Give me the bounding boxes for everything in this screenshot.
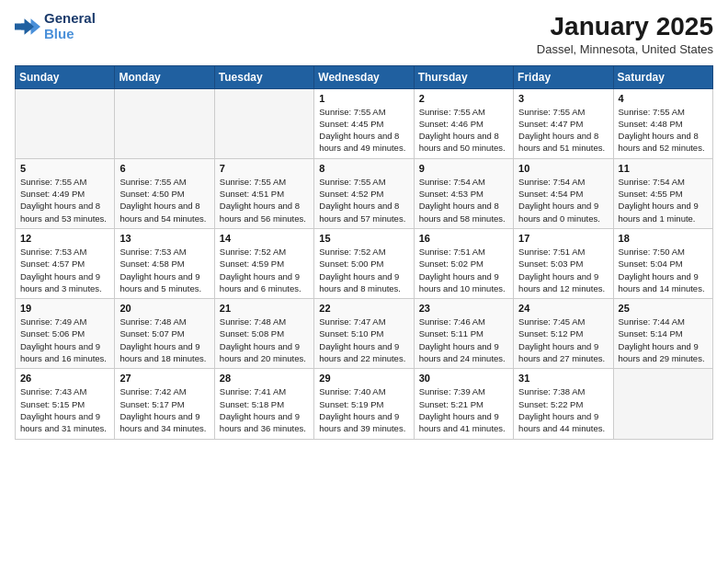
calendar-day-cell: 1 Sunrise: 7:55 AM Sunset: 4:45 PM Dayli… [314,88,414,158]
calendar-day-cell: 5 Sunrise: 7:55 AM Sunset: 4:49 PM Dayli… [16,158,115,228]
calendar-day-cell: 24 Sunrise: 7:45 AM Sunset: 5:12 PM Dayl… [514,299,613,369]
day-info: Sunrise: 7:54 AM Sunset: 4:55 PM Dayligh… [619,176,708,224]
subtitle: Dassel, Minnesota, United States [537,42,713,56]
calendar-week-row: 1 Sunrise: 7:55 AM Sunset: 4:45 PM Dayli… [16,88,713,158]
day-info: Sunrise: 7:53 AM Sunset: 4:58 PM Dayligh… [119,246,209,294]
calendar-day-cell: 17 Sunrise: 7:51 AM Sunset: 5:03 PM Dayl… [514,228,613,298]
calendar-day-cell [613,369,712,439]
day-number: 24 [518,303,608,314]
calendar-day-cell: 26 Sunrise: 7:43 AM Sunset: 5:15 PM Dayl… [16,369,115,439]
calendar-day-header: Thursday [414,65,513,88]
day-number: 30 [419,373,508,384]
day-info: Sunrise: 7:47 AM Sunset: 5:10 PM Dayligh… [319,316,408,364]
day-info: Sunrise: 7:55 AM Sunset: 4:45 PM Dayligh… [319,106,408,155]
day-number: 6 [119,163,209,174]
day-info: Sunrise: 7:45 AM Sunset: 5:12 PM Dayligh… [518,316,608,364]
calendar-header-row: SundayMondayTuesdayWednesdayThursdayFrid… [16,65,713,88]
day-info: Sunrise: 7:38 AM Sunset: 5:22 PM Dayligh… [518,385,608,434]
calendar-day-cell: 19 Sunrise: 7:49 AM Sunset: 5:06 PM Dayl… [16,299,115,369]
day-info: Sunrise: 7:55 AM Sunset: 4:52 PM Dayligh… [319,176,408,224]
day-number: 15 [319,233,408,244]
day-number: 4 [619,93,708,104]
day-info: Sunrise: 7:51 AM Sunset: 5:02 PM Dayligh… [419,246,508,294]
calendar-day-cell: 3 Sunrise: 7:55 AM Sunset: 4:47 PM Dayli… [514,88,613,158]
title-block: January 2025 Dassel, Minnesota, United S… [537,11,713,56]
logo-text: General Blue [44,11,96,41]
day-number: 2 [419,93,508,104]
calendar-day-header: Sunday [16,65,115,88]
day-number: 23 [419,303,508,314]
day-info: Sunrise: 7:44 AM Sunset: 5:14 PM Dayligh… [619,316,708,364]
calendar-day-cell: 25 Sunrise: 7:44 AM Sunset: 5:14 PM Dayl… [613,299,712,369]
day-info: Sunrise: 7:54 AM Sunset: 4:53 PM Dayligh… [419,176,508,224]
calendar-day-cell: 31 Sunrise: 7:38 AM Sunset: 5:22 PM Dayl… [514,369,613,439]
calendar-day-cell: 4 Sunrise: 7:55 AM Sunset: 4:48 PM Dayli… [613,88,712,158]
calendar-day-cell: 14 Sunrise: 7:52 AM Sunset: 4:59 PM Dayl… [214,228,313,298]
calendar-day-cell: 10 Sunrise: 7:54 AM Sunset: 4:54 PM Dayl… [514,158,613,228]
day-info: Sunrise: 7:46 AM Sunset: 5:11 PM Dayligh… [419,316,508,364]
logo-icon [15,14,40,40]
day-info: Sunrise: 7:55 AM Sunset: 4:48 PM Dayligh… [619,106,708,155]
day-number: 3 [518,93,608,104]
day-number: 8 [319,163,408,174]
day-number: 5 [20,163,109,174]
calendar-day-cell: 11 Sunrise: 7:54 AM Sunset: 4:55 PM Dayl… [613,158,712,228]
day-info: Sunrise: 7:55 AM Sunset: 4:47 PM Dayligh… [518,106,608,155]
day-info: Sunrise: 7:55 AM Sunset: 4:46 PM Dayligh… [419,106,508,155]
calendar-day-cell: 9 Sunrise: 7:54 AM Sunset: 4:53 PM Dayli… [414,158,513,228]
day-info: Sunrise: 7:40 AM Sunset: 5:19 PM Dayligh… [319,385,408,434]
day-number: 25 [619,303,708,314]
day-info: Sunrise: 7:49 AM Sunset: 5:06 PM Dayligh… [20,316,109,364]
day-info: Sunrise: 7:52 AM Sunset: 4:59 PM Dayligh… [220,246,309,294]
day-number: 20 [119,303,209,314]
calendar-day-cell: 6 Sunrise: 7:55 AM Sunset: 4:50 PM Dayli… [115,158,214,228]
calendar-week-row: 12 Sunrise: 7:53 AM Sunset: 4:57 PM Dayl… [16,228,713,298]
calendar-day-cell [214,88,313,158]
calendar-day-cell: 13 Sunrise: 7:53 AM Sunset: 4:58 PM Dayl… [115,228,214,298]
day-number: 11 [619,163,708,174]
calendar-day-cell: 15 Sunrise: 7:52 AM Sunset: 5:00 PM Dayl… [314,228,414,298]
day-number: 17 [518,233,608,244]
day-number: 16 [419,233,508,244]
day-info: Sunrise: 7:55 AM Sunset: 4:51 PM Dayligh… [220,176,309,224]
calendar-day-header: Saturday [613,65,712,88]
calendar-day-header: Wednesday [314,65,414,88]
day-info: Sunrise: 7:54 AM Sunset: 4:54 PM Dayligh… [518,176,608,224]
calendar-day-cell: 18 Sunrise: 7:50 AM Sunset: 5:04 PM Dayl… [613,228,712,298]
day-number: 29 [319,373,408,384]
logo: General Blue [15,11,96,41]
day-number: 9 [419,163,508,174]
day-number: 22 [319,303,408,314]
day-info: Sunrise: 7:39 AM Sunset: 5:21 PM Dayligh… [419,385,508,434]
calendar-day-cell: 8 Sunrise: 7:55 AM Sunset: 4:52 PM Dayli… [314,158,414,228]
day-info: Sunrise: 7:50 AM Sunset: 5:04 PM Dayligh… [619,246,708,294]
calendar-day-cell: 12 Sunrise: 7:53 AM Sunset: 4:57 PM Dayl… [16,228,115,298]
day-number: 26 [20,373,109,384]
calendar-week-row: 26 Sunrise: 7:43 AM Sunset: 5:15 PM Dayl… [16,369,713,439]
calendar-day-header: Friday [514,65,613,88]
day-number: 27 [119,373,209,384]
calendar-day-cell: 2 Sunrise: 7:55 AM Sunset: 4:46 PM Dayli… [414,88,513,158]
calendar-day-cell: 20 Sunrise: 7:48 AM Sunset: 5:07 PM Dayl… [115,299,214,369]
day-number: 28 [220,373,309,384]
day-number: 14 [220,233,309,244]
day-info: Sunrise: 7:42 AM Sunset: 5:17 PM Dayligh… [119,385,209,434]
calendar-day-header: Monday [115,65,214,88]
day-info: Sunrise: 7:53 AM Sunset: 4:57 PM Dayligh… [20,246,109,294]
day-number: 31 [518,373,608,384]
day-number: 21 [220,303,309,314]
calendar-week-row: 19 Sunrise: 7:49 AM Sunset: 5:06 PM Dayl… [16,299,713,369]
day-number: 7 [220,163,309,174]
day-info: Sunrise: 7:55 AM Sunset: 4:50 PM Dayligh… [119,176,209,224]
calendar-table: SundayMondayTuesdayWednesdayThursdayFrid… [15,65,713,440]
page: General Blue January 2025 Dassel, Minnes… [0,0,728,563]
calendar-day-cell: 22 Sunrise: 7:47 AM Sunset: 5:10 PM Dayl… [314,299,414,369]
day-info: Sunrise: 7:55 AM Sunset: 4:49 PM Dayligh… [20,176,109,224]
day-info: Sunrise: 7:52 AM Sunset: 5:00 PM Dayligh… [319,246,408,294]
main-title: January 2025 [537,11,713,42]
day-number: 13 [119,233,209,244]
day-info: Sunrise: 7:48 AM Sunset: 5:07 PM Dayligh… [119,316,209,364]
day-info: Sunrise: 7:43 AM Sunset: 5:15 PM Dayligh… [20,385,109,434]
calendar-day-cell: 29 Sunrise: 7:40 AM Sunset: 5:19 PM Dayl… [314,369,414,439]
calendar-day-cell: 28 Sunrise: 7:41 AM Sunset: 5:18 PM Dayl… [214,369,313,439]
